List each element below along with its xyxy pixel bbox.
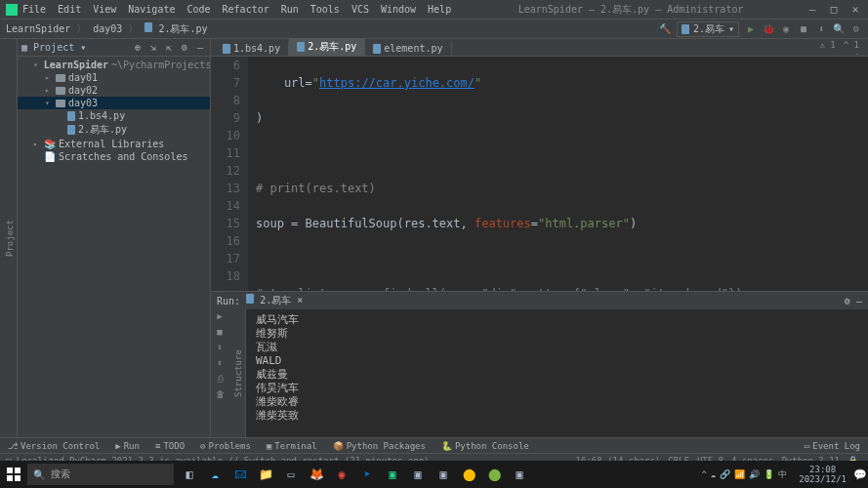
- run-settings-icon[interactable]: ⚙: [845, 296, 850, 306]
- battery-icon[interactable]: 🔋: [764, 469, 774, 479]
- inspection-widget[interactable]: ⚠ 1^ 1: [816, 39, 862, 51]
- svg-rect-2: [15, 468, 21, 473]
- breadcrumb[interactable]: 2.易车.py: [145, 22, 207, 36]
- menu-run[interactable]: Run: [276, 2, 304, 17]
- menu-edit[interactable]: Edit: [53, 2, 86, 17]
- packages-tab[interactable]: 📦 Python Packages: [325, 441, 434, 451]
- search-icon[interactable]: 🔍: [833, 23, 845, 35]
- app-icon[interactable]: ▣: [381, 463, 404, 486]
- menu-file[interactable]: File: [18, 2, 51, 17]
- tree-scratches[interactable]: 📄 Scratches and Consoles: [18, 150, 210, 163]
- down-icon[interactable]: ⬇: [213, 343, 227, 356]
- debug-icon[interactable]: 🐞: [763, 23, 774, 35]
- tray-icon[interactable]: 🔗: [720, 469, 730, 479]
- stop-icon[interactable]: ■: [213, 327, 227, 341]
- menu-window[interactable]: Window: [376, 2, 421, 17]
- settings-icon[interactable]: ⚙: [850, 23, 862, 35]
- app-icon[interactable]: 📁: [254, 463, 277, 486]
- menu-vcs[interactable]: VCS: [347, 2, 374, 17]
- app-icon[interactable]: ⬤: [457, 463, 480, 486]
- git-update-icon[interactable]: ⬇: [815, 23, 827, 35]
- run-config-selector[interactable]: 2.易车▾: [677, 21, 739, 37]
- project-header[interactable]: ▦ Project ▾: [21, 42, 86, 53]
- settings-icon[interactable]: ⚙: [179, 42, 190, 53]
- code-editor[interactable]: 678 91011 121314 151617 18 url="https://…: [211, 57, 868, 291]
- vcs-tab[interactable]: ⎇ Version Control: [0, 441, 107, 451]
- menu-navigate[interactable]: Navigate: [123, 2, 180, 17]
- tab-element[interactable]: element.py: [365, 41, 451, 56]
- wifi-icon[interactable]: 📶: [734, 469, 745, 479]
- build-icon[interactable]: 🔨: [659, 23, 671, 35]
- run-hide-icon[interactable]: —: [856, 296, 862, 306]
- project-sidebar: ▦ Project ▾ ⊕ ⇲ ⇱ ⚙ — ▾LearnSpider ~\Pyc…: [18, 39, 211, 437]
- tab-yiche[interactable]: 2.易车.py: [289, 38, 365, 56]
- svg-rect-1: [7, 468, 13, 473]
- coverage-icon[interactable]: ◉: [780, 23, 792, 35]
- app-icon[interactable]: ▣: [432, 463, 455, 486]
- collapse-all-icon[interactable]: ⇱: [163, 42, 175, 53]
- svg-rect-3: [7, 475, 13, 481]
- tree-dir[interactable]: ▸day02: [18, 84, 210, 97]
- notifications-icon[interactable]: 💬: [852, 468, 868, 481]
- close-icon[interactable]: ✕: [848, 3, 862, 16]
- project-tool-tab[interactable]: Project: [3, 39, 17, 437]
- trash-icon[interactable]: 🗑: [213, 389, 227, 403]
- run-tab[interactable]: 2.易车 ×: [246, 294, 303, 307]
- start-button[interactable]: [0, 461, 27, 488]
- volume-icon[interactable]: 🔊: [749, 469, 760, 479]
- app-icon[interactable]: ▣: [406, 463, 430, 486]
- tray-icon[interactable]: ^: [701, 469, 706, 479]
- tree-dir[interactable]: ▸day01: [18, 71, 210, 84]
- taskbar-clock[interactable]: 23:082023/12/1: [793, 465, 852, 484]
- rerun-icon[interactable]: ▶: [213, 311, 227, 325]
- select-opened-icon[interactable]: ⊕: [132, 42, 144, 53]
- up-icon[interactable]: ⬆: [213, 358, 227, 372]
- run-output[interactable]: 威马汽车维努斯瓦滋 WALD威兹曼伟昊汽车 潍柴欧睿潍柴英致: [246, 309, 868, 437]
- stop-icon[interactable]: ■: [798, 23, 809, 35]
- breadcrumb[interactable]: LearnSpider: [6, 23, 70, 34]
- menu-code[interactable]: Code: [182, 2, 215, 17]
- menu-refactor[interactable]: Refactor: [218, 2, 274, 17]
- app-icon[interactable]: 🦊: [305, 463, 328, 486]
- tab-bs4[interactable]: 1.bs4.py: [215, 41, 289, 56]
- project-tree: ▾LearnSpider ~\PycharmProjects\LearnSpid…: [18, 57, 210, 165]
- app-icon[interactable]: 🖂: [228, 463, 252, 486]
- app-icon[interactable]: ◧: [178, 463, 201, 486]
- console-tab[interactable]: 🐍 Python Console: [434, 441, 537, 451]
- menu-help[interactable]: Help: [423, 2, 456, 17]
- hide-icon[interactable]: —: [194, 42, 206, 53]
- expand-all-icon[interactable]: ⇲: [147, 42, 159, 53]
- system-tray[interactable]: ^ ☁ 🔗 📶 🔊 🔋 中: [695, 468, 793, 481]
- run-header: Run:: [217, 296, 240, 306]
- taskbar-search[interactable]: 🔍 搜索: [27, 464, 174, 485]
- tray-icon[interactable]: ☁: [711, 469, 716, 479]
- app-icon[interactable]: ☁: [203, 463, 227, 486]
- run-icon[interactable]: ▶: [745, 23, 757, 35]
- terminal-tab[interactable]: ▣ Terminal: [259, 441, 325, 451]
- run-toolbar: ▶ ■ ⬇ ⬆ ⎙ 🗑: [211, 309, 228, 437]
- print-icon[interactable]: ⎙: [213, 374, 227, 387]
- breadcrumb[interactable]: day03: [93, 23, 122, 34]
- minimize-icon[interactable]: —: [806, 3, 819, 16]
- eventlog-tab[interactable]: ▭ Event Log: [797, 441, 868, 451]
- app-icon[interactable]: ▣: [508, 463, 531, 486]
- app-icon[interactable]: ▭: [279, 463, 303, 486]
- tree-dir[interactable]: ▾day03: [18, 97, 210, 109]
- tree-root[interactable]: ▾LearnSpider ~\PycharmProjects\LearnSpid…: [18, 59, 210, 71]
- code-content[interactable]: url="https://car.yiche.com/" ) # print(r…: [248, 57, 868, 291]
- menu-view[interactable]: View: [88, 2, 121, 17]
- run-tab[interactable]: ▶ Run: [107, 441, 147, 451]
- navigation-bar: LearnSpider 〉 day03 〉 2.易车.py 🔨 2.易车▾ ▶ …: [0, 20, 868, 39]
- maximize-icon[interactable]: □: [827, 3, 841, 16]
- app-icon[interactable]: ◉: [330, 463, 353, 486]
- app-icon[interactable]: ⬤: [482, 463, 506, 486]
- problems-tab[interactable]: ⊘ Problems: [192, 441, 259, 451]
- structure-tab[interactable]: Structure: [231, 309, 245, 437]
- app-icon[interactable]: ➤: [355, 463, 379, 486]
- tree-ext-libs[interactable]: ▸📚 External Libraries: [18, 138, 210, 150]
- svg-rect-0: [6, 4, 18, 16]
- menu-tools[interactable]: Tools: [306, 2, 345, 17]
- tree-file[interactable]: 2.易车.py: [18, 122, 210, 138]
- todo-tab[interactable]: ≡ TODO: [147, 441, 192, 451]
- tree-file[interactable]: 1.bs4.py: [18, 109, 210, 122]
